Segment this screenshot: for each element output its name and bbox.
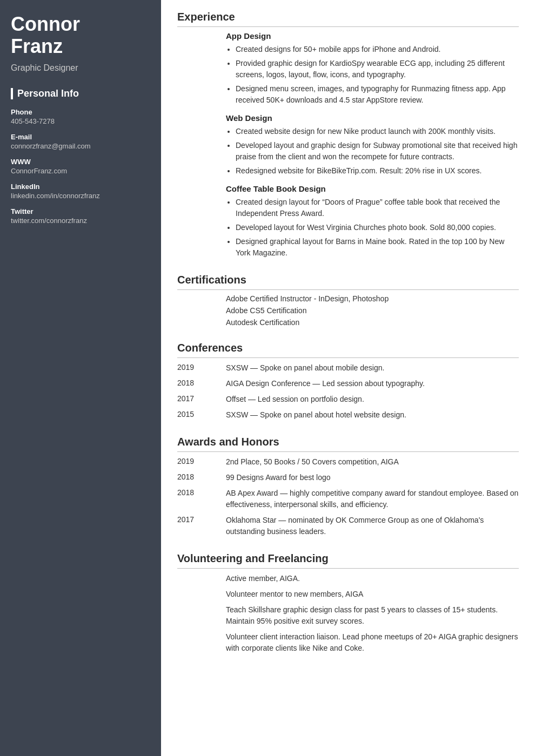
section-certifications: CertificationsAdobe Certified Instructor…	[177, 274, 519, 327]
row-item: 201899 Designs Award for best logo	[177, 472, 519, 483]
bullet-item: Provided graphic design for KardioSpy we…	[236, 58, 519, 80]
row-item: 2015SXSW — Spoke on panel about hotel we…	[177, 409, 519, 421]
section-heading: Volunteering and Freelancing	[177, 552, 519, 569]
first-name: Connor	[11, 13, 80, 35]
bullet-item: Created designs for 50+ mobile apps for …	[236, 44, 519, 55]
section-experience: ExperienceApp DesignCreated designs for …	[177, 11, 519, 259]
contact-label: WWW	[11, 158, 150, 166]
subsection: Coffee Table Book DesignCreated design l…	[177, 184, 519, 259]
sections: ExperienceApp DesignCreated designs for …	[177, 11, 519, 654]
contact-value: linkedin.com/in/connorzfranz	[11, 192, 150, 200]
row-year: 2018	[177, 488, 226, 497]
certifications-list: Adobe Certified Instructor - InDesign, P…	[177, 294, 519, 327]
contact-value: 405-543-7278	[11, 117, 150, 125]
subsection: App DesignCreated designs for 50+ mobile…	[177, 31, 519, 106]
contact-value: ConnorFranz.com	[11, 167, 150, 175]
bullet-list: Created website design for new Nike prod…	[226, 126, 519, 177]
bullet-list: Created designs for 50+ mobile apps for …	[226, 44, 519, 106]
row-desc: AIGA Design Conference — Led session abo…	[226, 378, 519, 389]
row-desc: Offset — Led session on portfolio design…	[226, 394, 519, 405]
certifications-item: Adobe CS5 Certification	[226, 306, 519, 315]
bullet-item: Developed layout and graphic design for …	[236, 140, 519, 163]
section-awards: Awards and Honors20192nd Place, 50 Books…	[177, 436, 519, 537]
personal-info-heading: Personal Info	[11, 88, 150, 99]
contacts-list: Phone405-543-7278E-mailconnorzfranz@gmai…	[11, 108, 150, 225]
row-item: 2019SXSW — Spoke on panel about mobile d…	[177, 362, 519, 374]
subsection-title: Coffee Table Book Design	[226, 184, 519, 193]
section-heading: Experience	[177, 11, 519, 27]
full-name: Connor Franz	[11, 13, 150, 58]
row-year: 2019	[177, 456, 226, 465]
row-desc: SXSW — Spoke on panel about hotel websit…	[226, 409, 519, 421]
bullet-item: Redesigned website for BikeBikeTrip.com.…	[236, 165, 519, 177]
contact-label: LinkedIn	[11, 183, 150, 191]
row-year: 2018	[177, 472, 226, 481]
volunteering-item: Volunteer mentor to new members, AIGA	[226, 589, 519, 600]
job-title: Graphic Designer	[11, 63, 150, 73]
row-year: 2017	[177, 515, 226, 524]
row-item: 2017Offset — Led session on portfolio de…	[177, 394, 519, 405]
row-item: 2017Oklahoma Star — nominated by OK Comm…	[177, 515, 519, 537]
row-desc: 99 Designs Award for best logo	[226, 472, 519, 483]
section-heading: Awards and Honors	[177, 436, 519, 452]
row-item: 20192nd Place, 50 Books / 50 Covers comp…	[177, 456, 519, 468]
row-item: 2018AB Apex Award — highly competitive c…	[177, 488, 519, 510]
volunteering-item: Active member, AIGA.	[226, 573, 519, 584]
bullet-item: Designed graphical layout for Barns in M…	[236, 236, 519, 259]
bullet-item: Created website design for new Nike prod…	[236, 126, 519, 137]
row-year: 2018	[177, 378, 226, 387]
conferences-row-list: 2019SXSW — Spoke on panel about mobile d…	[177, 362, 519, 421]
contact-item: LinkedInlinkedin.com/in/connorzfranz	[11, 183, 150, 200]
sidebar: Connor Franz Graphic Designer Personal I…	[0, 0, 161, 756]
contact-item: E-mailconnorzfranz@gmail.com	[11, 133, 150, 150]
contact-item: Phone405-543-7278	[11, 108, 150, 125]
subsection: Web DesignCreated website design for new…	[177, 113, 519, 177]
contact-item: Twittertwitter.com/connorzfranz	[11, 207, 150, 225]
section-heading: Certifications	[177, 274, 519, 290]
contact-label: Phone	[11, 108, 150, 116]
contact-value: connorzfranz@gmail.com	[11, 142, 150, 150]
row-desc: Oklahoma Star — nominated by OK Commerce…	[226, 515, 519, 537]
row-year: 2019	[177, 362, 226, 372]
section-conferences: Conferences2019SXSW — Spoke on panel abo…	[177, 342, 519, 421]
bullet-list: Created design layout for “Doors of Prag…	[226, 197, 519, 259]
certifications-item: Autodesk Certification	[226, 318, 519, 327]
awards-row-list: 20192nd Place, 50 Books / 50 Covers comp…	[177, 456, 519, 537]
bullet-item: Designed menu screen, images, and typogr…	[236, 83, 519, 106]
contact-value: twitter.com/connorzfranz	[11, 217, 150, 225]
row-desc: AB Apex Award — highly competitive compa…	[226, 488, 519, 510]
contact-item: WWWConnorFranz.com	[11, 158, 150, 175]
row-desc: 2nd Place, 50 Books / 50 Covers competit…	[226, 456, 519, 468]
certifications-item: Adobe Certified Instructor - InDesign, P…	[226, 294, 519, 303]
volunteering-item: Teach Skillshare graphic design class fo…	[226, 604, 519, 627]
subsection-title: Web Design	[226, 113, 519, 123]
row-year: 2015	[177, 409, 226, 418]
subsection-title: App Design	[226, 31, 519, 40]
row-item: 2018AIGA Design Conference — Led session…	[177, 378, 519, 389]
contact-label: E-mail	[11, 133, 150, 141]
last-name: Franz	[11, 35, 63, 57]
contact-label: Twitter	[11, 207, 150, 215]
main-content: ExperienceApp DesignCreated designs for …	[161, 0, 535, 756]
bullet-item: Created design layout for “Doors of Prag…	[236, 197, 519, 219]
section-volunteering: Volunteering and FreelancingActive membe…	[177, 552, 519, 654]
row-year: 2017	[177, 394, 226, 403]
section-heading: Conferences	[177, 342, 519, 358]
bullet-item: Developed layout for West Virginia Churc…	[236, 222, 519, 233]
volunteering-item: Volunteer client interaction liaison. Le…	[226, 631, 519, 654]
row-desc: SXSW — Spoke on panel about mobile desig…	[226, 362, 519, 374]
volunteering-list: Active member, AIGA.Volunteer mentor to …	[177, 573, 519, 654]
